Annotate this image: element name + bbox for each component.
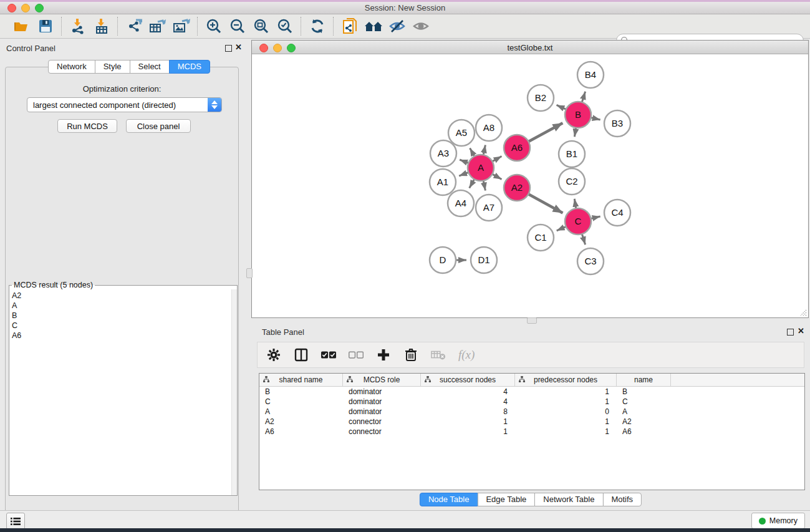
graph-node-A4[interactable]: A4 — [448, 190, 474, 216]
tab-mcds[interactable]: MCDS — [169, 60, 210, 74]
network-window-titlebar[interactable]: testGlobe.txt — [252, 41, 808, 54]
mcds-result-list[interactable]: A2ABCA6 — [9, 289, 232, 495]
table-cell[interactable]: A — [617, 407, 671, 417]
result-list-item[interactable]: A6 — [9, 331, 232, 341]
network-graph[interactable]: B4B2BB3A8A5A6A3B1AC2A1A2A4A7C4CC1C3DD1 — [252, 54, 808, 317]
column-header-mcds-role[interactable]: MCDS role — [343, 374, 421, 386]
table-row[interactable]: Adominator80A — [259, 407, 804, 417]
table-cell[interactable]: A6 — [617, 427, 671, 437]
table-cell[interactable]: dominator — [343, 407, 421, 417]
close-panel-button[interactable]: Close panel — [126, 119, 191, 133]
graph-edge-A6-B[interactable] — [528, 123, 563, 142]
run-mcds-button[interactable]: Run MCDS — [57, 119, 117, 133]
graph-node-C3[interactable]: C3 — [577, 248, 604, 274]
graph-node-C4[interactable]: C4 — [604, 200, 630, 226]
table-cell[interactable]: connector — [343, 427, 421, 437]
table-row[interactable]: Bdominator41B — [259, 387, 804, 397]
table-cell[interactable]: A2 — [617, 417, 671, 427]
graph-node-B2[interactable]: B2 — [528, 85, 554, 111]
show-all-eye-icon[interactable] — [412, 17, 430, 36]
graph-node-D1[interactable]: D1 — [471, 247, 497, 273]
add-column-icon[interactable] — [376, 347, 391, 362]
tab-network-table[interactable]: Network Table — [534, 493, 603, 506]
graph-node-B1[interactable]: B1 — [559, 141, 585, 167]
table-panel-float-icon[interactable] — [787, 329, 794, 336]
close-panel-icon[interactable]: ✕ — [235, 44, 242, 51]
graph-node-A2[interactable]: A2 — [504, 175, 530, 201]
zoom-out-icon[interactable] — [228, 17, 247, 36]
tab-motifs[interactable]: Motifs — [602, 493, 642, 506]
graph-node-B4[interactable]: B4 — [577, 62, 604, 88]
graph-edge-A2-C[interactable] — [528, 193, 563, 213]
select-all-checkboxes-icon[interactable] — [321, 347, 336, 362]
result-list-item[interactable]: A — [9, 301, 232, 311]
graph-node-C[interactable]: C — [565, 208, 591, 235]
column-header-successor-nodes[interactable]: successor nodes — [421, 374, 515, 386]
graph-node-C1[interactable]: C1 — [528, 225, 554, 251]
result-list-item[interactable]: B — [9, 311, 232, 321]
table-cell[interactable]: dominator — [343, 387, 421, 397]
table-cell[interactable]: C — [617, 397, 671, 407]
table-cell[interactable]: 1 — [421, 417, 515, 427]
hide-selected-eye-icon[interactable] — [388, 17, 407, 36]
split-panel-icon[interactable] — [294, 347, 309, 362]
column-header-shared-name[interactable]: shared name — [259, 374, 343, 386]
zoom-fit-icon[interactable] — [252, 17, 271, 36]
graph-node-A7[interactable]: A7 — [476, 195, 502, 221]
table-row[interactable]: A2connector11A2 — [259, 417, 804, 427]
resize-grip-icon[interactable] — [799, 309, 807, 316]
table-cell[interactable]: A6 — [259, 427, 343, 437]
export-table-icon[interactable] — [148, 17, 167, 36]
graph-node-C2[interactable]: C2 — [559, 168, 585, 195]
tab-style[interactable]: Style — [95, 60, 130, 74]
table-cell[interactable]: 1 — [515, 417, 617, 427]
table-cell[interactable]: 1 — [515, 427, 617, 437]
import-table-icon[interactable] — [92, 17, 111, 36]
home-icon[interactable] — [364, 17, 383, 36]
export-image-icon[interactable] — [172, 17, 191, 36]
delete-column-trash-icon[interactable] — [403, 347, 418, 362]
table-cell[interactable]: C — [259, 397, 343, 407]
table-panel-close-icon[interactable]: ✕ — [798, 327, 804, 335]
table-row[interactable]: A6connector11A6 — [259, 427, 804, 437]
result-list-item[interactable]: C — [9, 321, 232, 331]
zoom-in-icon[interactable] — [205, 17, 223, 36]
table-header-row[interactable]: shared nameMCDS rolesuccessor nodesprede… — [259, 374, 804, 387]
graph-node-B[interactable]: B — [565, 102, 591, 128]
graph-node-A3[interactable]: A3 — [430, 140, 456, 167]
table-row[interactable]: Cdominator41C — [259, 397, 804, 407]
open-session-icon[interactable] — [12, 17, 31, 36]
graph-node-A1[interactable]: A1 — [430, 169, 456, 195]
result-list-scrollbar[interactable] — [231, 289, 237, 495]
settings-gear-icon[interactable] — [266, 347, 281, 362]
graph-node-A6[interactable]: A6 — [504, 135, 530, 161]
table-cell[interactable]: 4 — [421, 397, 515, 407]
horizontal-splitter-handle[interactable] — [527, 317, 537, 324]
table-cell[interactable]: A — [259, 407, 343, 417]
graph-node-A5[interactable]: A5 — [448, 120, 475, 146]
optimization-criterion-dropdown[interactable]: largest connected component (directed) — [27, 97, 222, 112]
table-cell[interactable]: 8 — [421, 407, 515, 417]
result-list-item[interactable]: A2 — [9, 291, 232, 301]
column-header-name[interactable]: name — [617, 374, 671, 386]
memory-button[interactable]: Memory — [751, 513, 805, 529]
new-network-from-selection-icon[interactable] — [340, 17, 359, 36]
table-cell[interactable]: 4 — [421, 387, 515, 397]
graph-node-A[interactable]: A — [468, 155, 494, 181]
deselect-all-checkboxes-icon[interactable] — [349, 347, 364, 362]
tab-select[interactable]: Select — [130, 60, 170, 74]
graph-node-A8[interactable]: A8 — [476, 115, 502, 141]
table-cell[interactable]: dominator — [343, 397, 421, 407]
tab-edge-table[interactable]: Edge Table — [477, 493, 535, 506]
zoom-selected-icon[interactable] — [276, 17, 294, 36]
save-session-icon[interactable] — [36, 17, 55, 36]
vertical-splitter-handle[interactable] — [246, 268, 253, 278]
graph-node-B3[interactable]: B3 — [604, 110, 630, 137]
import-network-icon[interactable] — [69, 17, 87, 36]
table-cell[interactable]: 1 — [421, 427, 515, 437]
tab-node-table[interactable]: Node Table — [420, 493, 478, 506]
column-header-predecessor-nodes[interactable]: predecessor nodes — [515, 374, 617, 386]
table-cell[interactable]: B — [617, 387, 671, 397]
table-cell[interactable]: 1 — [515, 397, 617, 407]
float-panel-icon[interactable] — [225, 45, 232, 52]
